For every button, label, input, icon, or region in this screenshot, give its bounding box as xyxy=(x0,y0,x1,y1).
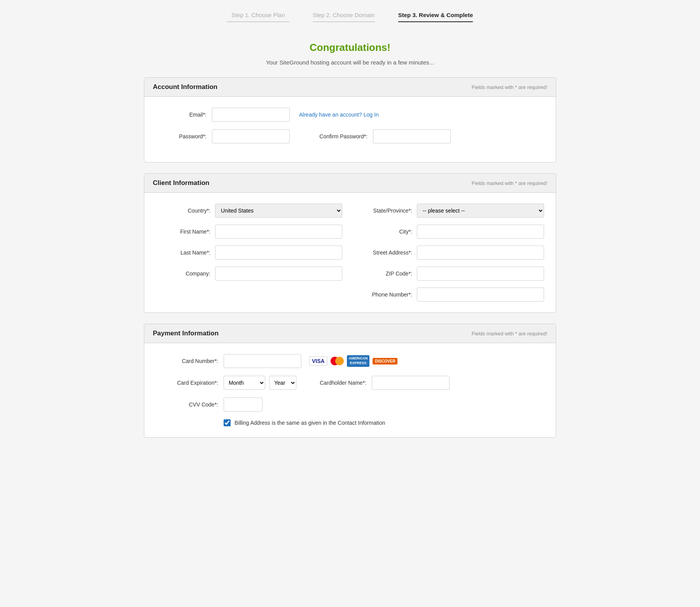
congrats-subtitle: Your SiteGround hosting account will be … xyxy=(144,59,556,66)
state-field: State/Province*: -- please select --Alab… xyxy=(358,204,544,218)
city-input[interactable] xyxy=(417,225,544,239)
cardholder-input[interactable] xyxy=(372,376,450,390)
step2-label: Step 2. Choose Domain xyxy=(313,12,374,21)
phone-label: Phone Number*: xyxy=(358,291,412,298)
empty-placeholder xyxy=(156,288,342,302)
mc-right-circle xyxy=(335,357,344,365)
cvv-row: CVV Code*: xyxy=(156,398,544,412)
state-select[interactable]: -- please select --AlabamaAlaskaArizonaC… xyxy=(417,204,544,218)
account-info-note: Fields marked with * are required! xyxy=(472,84,547,90)
street-label: Street Address*: xyxy=(358,249,412,256)
payment-info-card: Payment Information Fields marked with *… xyxy=(144,324,556,438)
account-info-title: Account Information xyxy=(153,83,217,91)
step2-underline xyxy=(313,21,375,22)
already-have-account-link[interactable]: Already have an account? Log In xyxy=(299,112,379,118)
email-label: Email*: xyxy=(156,112,206,118)
first-name-label: First Name*: xyxy=(156,228,210,235)
company-label: Company: xyxy=(156,270,210,277)
step3-item: Step 3. Review & Complete xyxy=(387,12,485,26)
country-select[interactable]: United StatesCanadaUnited KingdomAustral… xyxy=(215,204,342,218)
card-icons: VISA AMERICANEXPRESS DISCOVER xyxy=(309,355,397,366)
congrats-title: Congratulations! xyxy=(144,42,556,54)
first-name-field: First Name*: xyxy=(156,225,342,239)
client-info-body: Country*: United StatesCanadaUnited King… xyxy=(144,193,556,312)
city-label: City*: xyxy=(358,228,412,235)
confirm-password-label: Confirm Password*: xyxy=(305,133,368,140)
last-name-label: Last Name*: xyxy=(156,249,210,256)
payment-info-header: Payment Information Fields marked with *… xyxy=(144,324,556,343)
country-label: Country*: xyxy=(156,208,210,214)
steps-nav: Step 1. Choose Plan Step 2. Choose Domai… xyxy=(144,12,556,26)
street-input[interactable] xyxy=(417,246,544,260)
state-label: State/Province*: xyxy=(358,208,412,214)
card-expiration-row: Card Expiration*: MonthJanuaryFebruaryMa… xyxy=(156,376,544,390)
payment-info-note: Fields marked with * are required! xyxy=(472,331,547,337)
company-input[interactable] xyxy=(215,267,342,281)
card-number-input[interactable] xyxy=(224,354,301,368)
step1-underline xyxy=(227,21,289,22)
zip-field: ZIP Code*: xyxy=(358,267,544,281)
amex-icon: AMERICANEXPRESS xyxy=(347,355,370,366)
client-info-header: Client Information Fields marked with * … xyxy=(144,174,556,193)
step1-item: Step 1. Choose Plan xyxy=(215,12,301,26)
first-name-input[interactable] xyxy=(215,225,342,239)
email-field[interactable] xyxy=(212,108,290,122)
mastercard-icon xyxy=(331,357,344,365)
step1-label: Step 1. Choose Plan xyxy=(231,12,285,21)
password-field[interactable] xyxy=(212,129,290,143)
client-info-card: Client Information Fields marked with * … xyxy=(144,173,556,313)
visa-icon: VISA xyxy=(309,356,327,366)
account-info-body: Email*: Already have an account? Log In … xyxy=(144,97,556,162)
billing-address-row: Billing Address is the same as given in … xyxy=(224,419,544,426)
password-row: Password*: Confirm Password*: xyxy=(156,129,544,143)
card-number-row: Card Number*: VISA AMERICANEXPRESS DISCO… xyxy=(156,354,544,368)
street-field: Street Address*: xyxy=(358,246,544,260)
email-row: Email*: Already have an account? Log In xyxy=(156,108,544,122)
zip-label: ZIP Code*: xyxy=(358,270,412,277)
last-name-field: Last Name*: xyxy=(156,246,342,260)
account-info-header: Account Information Fields marked with *… xyxy=(144,78,556,97)
cvv-label: CVV Code*: xyxy=(156,401,218,408)
cardholder-label: Cardholder Name*: xyxy=(304,380,366,386)
step3-label: Step 3. Review & Complete xyxy=(398,12,473,21)
password-label: Password*: xyxy=(156,133,206,140)
card-expiration-label: Card Expiration*: xyxy=(156,380,218,386)
billing-same-checkbox[interactable] xyxy=(224,419,231,426)
client-info-title: Client Information xyxy=(153,179,209,187)
billing-same-label: Billing Address is the same as given in … xyxy=(234,420,385,426)
confirm-password-field[interactable] xyxy=(373,129,451,143)
city-field: City*: xyxy=(358,225,544,239)
client-grid: Country*: United StatesCanadaUnited King… xyxy=(156,204,544,302)
account-info-card: Account Information Fields marked with *… xyxy=(144,77,556,162)
company-field: Company: xyxy=(156,267,342,281)
country-field: Country*: United StatesCanadaUnited King… xyxy=(156,204,342,218)
payment-info-title: Payment Information xyxy=(153,330,219,337)
year-select[interactable]: Year202420252026202720282029203020312032… xyxy=(269,376,296,390)
client-info-note: Fields marked with * are required! xyxy=(472,180,547,186)
discover-icon: DISCOVER xyxy=(373,358,397,365)
expiry-selects: MonthJanuaryFebruaryMarchAprilMayJuneJul… xyxy=(224,376,296,390)
payment-info-body: Card Number*: VISA AMERICANEXPRESS DISCO… xyxy=(144,343,556,437)
last-name-input[interactable] xyxy=(215,246,342,260)
card-number-label: Card Number*: xyxy=(156,358,218,364)
phone-input[interactable] xyxy=(417,288,544,302)
month-select[interactable]: MonthJanuaryFebruaryMarchAprilMayJuneJul… xyxy=(224,376,265,390)
step3-underline xyxy=(398,21,473,22)
phone-field: Phone Number*: xyxy=(358,288,544,302)
zip-input[interactable] xyxy=(417,267,544,281)
cvv-input[interactable] xyxy=(224,398,262,412)
step2-item: Step 2. Choose Domain xyxy=(301,12,387,26)
